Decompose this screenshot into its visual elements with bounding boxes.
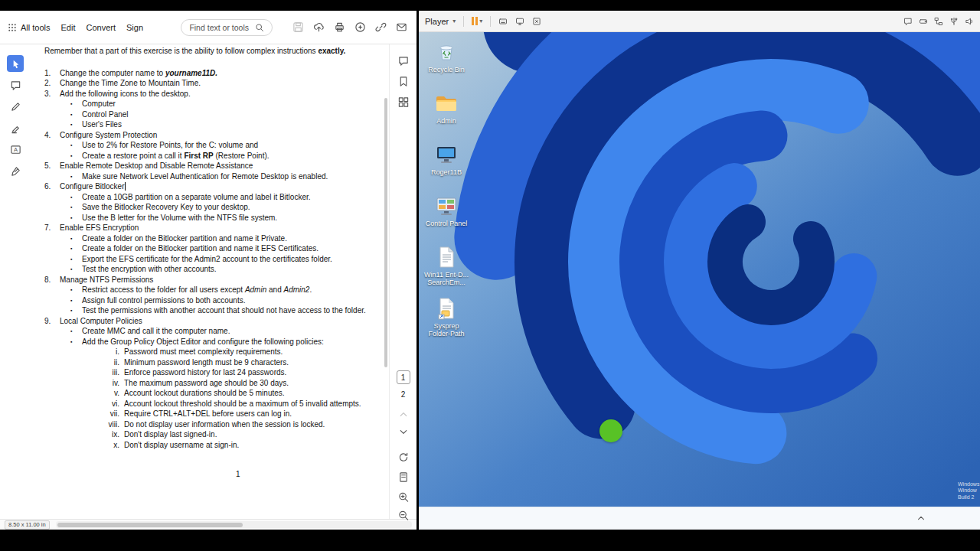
disk-status-button[interactable] [919, 17, 928, 26]
comments-panel-button[interactable] [397, 55, 409, 67]
player-menu-label: Player [425, 17, 449, 26]
fit-page-button[interactable] [397, 471, 409, 483]
doc-subsub-item: iv.The maximum password age should be 30… [31, 378, 381, 389]
desktop-icon-text-doc[interactable]: Win11 Ent-D... SearchEm... [422, 245, 471, 289]
text-doc-icon [434, 245, 459, 269]
current-page-input[interactable]: 1 [397, 370, 410, 384]
desktop-icons: Recycle BinAdminRoger11BControl PanelWin… [422, 40, 471, 340]
vm-window: Player ▾ ▾ [419, 11, 980, 530]
highlight-tool-button[interactable] [7, 119, 24, 136]
caret-down-icon: ▾ [479, 18, 482, 24]
thumbnails-panel-button[interactable] [397, 96, 409, 108]
doc-sub-item: ▪Assign full control permissions to both… [31, 295, 381, 306]
monitor-icon [515, 17, 524, 26]
menu-sign[interactable]: Sign [126, 23, 143, 32]
sign-tool-button[interactable] [7, 162, 24, 179]
zoom-out-button[interactable] [397, 510, 409, 521]
fullscreen-button[interactable] [532, 17, 541, 26]
doc-sub-item: ▪Control Panel [31, 109, 381, 120]
menu-convert[interactable]: Convert [87, 23, 116, 32]
console-view-button[interactable] [515, 17, 524, 26]
ai-assistant-icon [354, 21, 366, 33]
desktop-icon-folder[interactable]: Admin [422, 91, 471, 135]
grid-icon [8, 23, 17, 32]
doc-sub-item: ▪Use the B letter for the Volume with th… [31, 213, 381, 223]
cursor-arrow-icon [10, 58, 21, 70]
desktop-icon-control-panel[interactable]: Control Panel [422, 194, 471, 237]
network-status-button[interactable] [934, 17, 943, 26]
folder-icon [434, 91, 459, 116]
bookmark-icon [397, 76, 409, 87]
add-text-icon: A [10, 144, 21, 155]
comment-tool-button[interactable] [7, 77, 24, 93]
select-tool-button[interactable] [7, 55, 24, 72]
save-button[interactable] [292, 21, 304, 33]
send-ctrl-alt-del-button[interactable] [498, 17, 508, 26]
email-button[interactable] [396, 21, 407, 33]
doc-sub-item: ▪Test the permissions with another accou… [31, 305, 381, 316]
doc-list-item: 3.Add the following icons to the desktop… [31, 89, 381, 99]
doc-sub-item: ▪Export the EFS certificate for the Admi… [31, 254, 381, 265]
recycle-bin-icon [434, 40, 459, 64]
doc-sub-item: ▪Create a folder on the Bitlocker partit… [31, 233, 381, 244]
pencil-icon [10, 101, 21, 112]
pause-icon [472, 17, 474, 25]
usb-status-button[interactable] [949, 17, 959, 26]
show-hidden-icons-button[interactable] [916, 514, 926, 525]
pdf-window: All tools Edit Convert Sign Find text or… [0, 11, 416, 530]
chevron-up-icon [397, 409, 409, 420]
player-menu-button[interactable]: Player ▾ [425, 17, 456, 26]
desktop-icon-folder-shortcut[interactable]: Sysprep Folder-Path [422, 296, 471, 340]
doc-subsub-item: iii.Enforce password history for last 24… [31, 367, 381, 378]
menu-edit[interactable]: Edit [61, 23, 76, 32]
print-button[interactable] [334, 21, 345, 33]
next-page-button[interactable] [397, 426, 409, 438]
doc-sub-item: ▪Create a 10GB partition on a separate v… [31, 192, 381, 203]
doc-sub-item: ▪Create MMC and call it the computer nam… [31, 326, 381, 337]
link-icon [375, 21, 387, 33]
total-pages-label: 2 [401, 390, 406, 399]
speaker-icon [965, 17, 974, 26]
vm-taskbar [419, 507, 980, 530]
print-icon [334, 21, 345, 33]
doc-list-item: 5.Enable Remote Desktop and Disable Remo… [31, 161, 381, 171]
cloud-upload-button[interactable] [313, 21, 325, 33]
add-text-tool-button[interactable]: A [7, 141, 24, 158]
draw-tool-button[interactable] [7, 98, 24, 115]
email-icon [396, 21, 407, 33]
find-input[interactable]: Find text or tools [181, 19, 273, 36]
vm-screen[interactable]: Recycle BinAdminRoger11BControl PanelWin… [419, 32, 980, 507]
doc-list-item: 9.Local Computer Policies [31, 316, 381, 327]
control-panel-icon [434, 194, 459, 218]
desktop-icon-label: Recycle Bin [428, 66, 465, 73]
bookmarks-panel-button[interactable] [397, 76, 409, 87]
doc-sub-item: ▪Create a restore point a call it First … [31, 151, 381, 161]
refresh-view-button[interactable] [397, 452, 409, 463]
doc-list-item: 1.Change the computer name to yourname11… [31, 68, 381, 79]
find-placeholder: Find text or tools [189, 23, 249, 32]
ai-assistant-button[interactable] [354, 21, 366, 33]
vertical-scrollbar[interactable] [384, 98, 387, 367]
doc-list-item: 4.Configure System Protection [31, 130, 381, 141]
message-status-button[interactable] [903, 17, 913, 26]
desktop-icon-label: Admin [436, 117, 456, 125]
desktop-icon-computer[interactable]: Roger11B [422, 142, 471, 186]
desktop-icon-label: Control Panel [426, 220, 468, 227]
previous-page-button[interactable] [397, 409, 409, 420]
zoom-out-icon [397, 510, 409, 521]
page-icon [397, 471, 409, 483]
refresh-icon [397, 452, 409, 463]
click-highlight [599, 419, 622, 442]
usb-icon [949, 17, 959, 26]
apps-menu-button[interactable]: All tools [8, 23, 51, 32]
folder-shortcut-icon [434, 296, 459, 321]
caret-down-icon: ▾ [452, 18, 456, 24]
zoom-in-button[interactable] [397, 491, 409, 503]
horizontal-scrollbar-thumb[interactable] [57, 523, 243, 527]
link-button[interactable] [375, 21, 387, 33]
sound-status-button[interactable] [965, 17, 974, 26]
doc-subsub-item: ix.Don't display last signed-in. [31, 429, 381, 440]
desktop-icon-recycle-bin[interactable]: Recycle Bin [422, 40, 471, 83]
horizontal-scrollbar[interactable] [56, 521, 412, 528]
suspend-vm-button[interactable]: ▾ [472, 17, 482, 25]
